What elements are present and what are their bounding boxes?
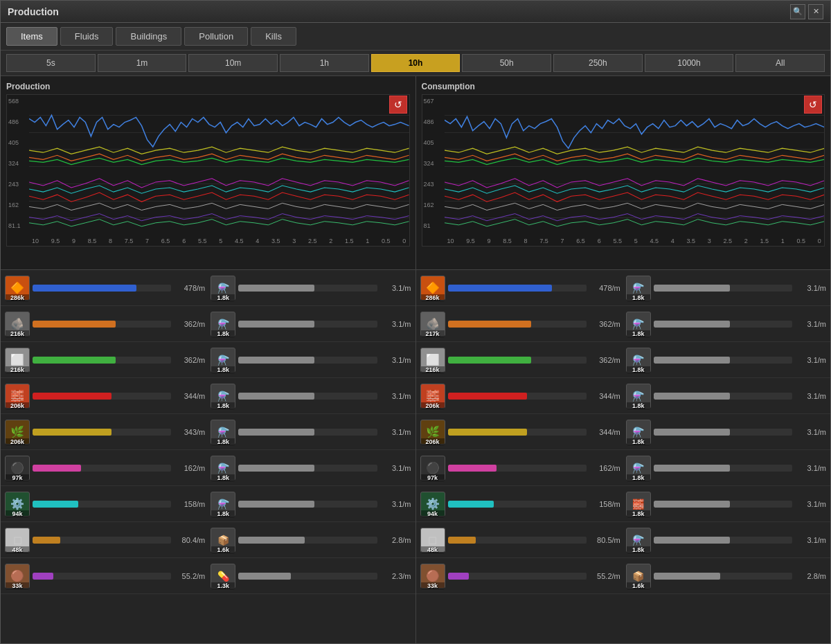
tab-pollution[interactable]: Pollution bbox=[184, 27, 248, 46]
production-bar bbox=[448, 465, 587, 472]
search-button[interactable]: 🔍 bbox=[790, 4, 805, 19]
list-item[interactable]: ⚙️ 94k 158/m ⚗️ 1.8k 3.1/m bbox=[1, 486, 416, 522]
rate2-label: 2.3/m bbox=[380, 572, 411, 580]
list-item[interactable]: ◻ 48k 80.5/m ⚗️ 1.8k 3.1/m bbox=[416, 522, 831, 558]
consumption-reset-button[interactable]: ↺ bbox=[804, 96, 822, 114]
rate2-label: 3.1/m bbox=[380, 464, 411, 472]
tab-fluids[interactable]: Fluids bbox=[60, 27, 114, 46]
production-bar bbox=[448, 573, 587, 580]
list-item[interactable]: 🧱 206k 344/m ⚗️ 1.8k 3.1/m bbox=[1, 378, 416, 414]
list-item[interactable]: ⬜ 216k 362/m ⚗️ 1.8k 3.1/m bbox=[1, 342, 416, 378]
item-icon: 🪨 217k bbox=[420, 312, 445, 337]
production-bar bbox=[448, 537, 587, 544]
production-bar-fill bbox=[33, 501, 78, 508]
item2-icon: ⚗️ 1.8k bbox=[211, 312, 235, 337]
item2-icon: ⚗️ 1.8k bbox=[211, 276, 235, 301]
production-y-labels: 568 486 405 324 243 162 81.1 bbox=[7, 95, 29, 246]
item2-icon: ⚗️ 1.8k bbox=[211, 384, 235, 409]
production-reset-button[interactable]: ↺ bbox=[389, 96, 407, 114]
production-rate: 344/m bbox=[174, 392, 205, 400]
list-item[interactable]: 🌿 206k 343/m ⚗️ 1.8k 3.1/m bbox=[1, 414, 416, 450]
item2-icon: 📦 1.6k bbox=[211, 528, 235, 553]
production-rate: 362/m bbox=[174, 356, 205, 364]
production-rate: 344/m bbox=[589, 392, 620, 400]
rate2-bar bbox=[238, 393, 377, 400]
item-icon: ⬜ 216k bbox=[420, 348, 445, 373]
production-rate: 158/m bbox=[589, 500, 620, 508]
production-bar bbox=[33, 393, 171, 400]
production-bar bbox=[448, 501, 587, 508]
list-item[interactable]: 🧱 206k 344/m ⚗️ 1.8k 3.1/m bbox=[416, 378, 831, 414]
consumption-x-labels: 10 9.5 9 8.5 8 7.5 7 6.5 6 5.5 5 4.5 4 3… bbox=[445, 236, 825, 246]
list-item[interactable]: ⚙️ 94k 158/m 🧱 1.8k 3.1/m bbox=[416, 486, 831, 522]
rate2-bar-fill bbox=[238, 537, 305, 544]
item2-icon: ⚗️ 1.8k bbox=[626, 420, 651, 445]
consumption-chart-svg bbox=[445, 98, 825, 238]
production-bar-fill bbox=[33, 537, 60, 544]
item2-icon: ⚗️ 1.8k bbox=[211, 348, 235, 373]
item-icon: 🌿 206k bbox=[5, 420, 30, 445]
rate2-bar-fill bbox=[238, 321, 314, 328]
rate2-label: 3.1/m bbox=[380, 320, 411, 328]
production-bar-fill bbox=[448, 501, 494, 508]
rate2-bar-fill bbox=[654, 393, 730, 400]
time-10m[interactable]: 10m bbox=[188, 54, 278, 72]
tab-buildings[interactable]: Buildings bbox=[116, 27, 181, 46]
time-1h[interactable]: 1h bbox=[280, 54, 369, 72]
production-bar-fill bbox=[448, 537, 476, 544]
rate2-bar-fill bbox=[654, 429, 730, 436]
production-bar bbox=[33, 465, 171, 472]
production-window: Production 🔍 ✕ Items Fluids Buildings Po… bbox=[0, 0, 831, 644]
time-250h[interactable]: 250h bbox=[553, 54, 643, 72]
time-10h[interactable]: 10h bbox=[371, 54, 461, 72]
list-item[interactable]: 🟤 33k 55.2/m 💊 1.3k 2.3/m bbox=[1, 558, 416, 594]
production-bar-fill bbox=[33, 465, 81, 472]
rate2-bar-fill bbox=[238, 465, 314, 472]
time-1m[interactable]: 1m bbox=[98, 54, 187, 72]
item-icon: 🌿 206k bbox=[420, 420, 445, 445]
list-item[interactable]: 🟤 33k 55.2/m 📦 1.6k 2.8/m bbox=[416, 558, 831, 594]
list-item[interactable]: 🔶 286k 478/m ⚗️ 1.8k 3.1/m bbox=[416, 270, 831, 306]
production-bar bbox=[33, 537, 171, 544]
time-1000h[interactable]: 1000h bbox=[645, 54, 734, 72]
time-50h[interactable]: 50h bbox=[462, 54, 551, 72]
production-bar bbox=[33, 573, 171, 580]
item-icon: ◻ 48k bbox=[5, 528, 30, 553]
list-item[interactable]: 🪨 216k 362/m ⚗️ 1.8k 3.1/m bbox=[1, 306, 416, 342]
consumption-chart-title: Consumption bbox=[422, 82, 825, 91]
rate2-bar bbox=[238, 501, 377, 508]
list-item[interactable]: 🔶 286k 478/m ⚗️ 1.8k 3.1/m bbox=[1, 270, 416, 306]
item-icon: 🧱 206k bbox=[5, 384, 30, 409]
rate2-bar bbox=[654, 357, 792, 364]
item2-icon: ⚗️ 1.8k bbox=[626, 456, 651, 481]
list-item[interactable]: 🪨 217k 362/m ⚗️ 1.8k 3.1/m bbox=[416, 306, 831, 342]
list-item[interactable]: 🌿 206k 344/m ⚗️ 1.8k 3.1/m bbox=[416, 414, 831, 450]
item-icon: ⚙️ 94k bbox=[5, 492, 30, 517]
rate2-bar-fill bbox=[238, 429, 314, 436]
window-title: Production bbox=[8, 6, 59, 17]
rate2-bar bbox=[654, 429, 792, 436]
list-item[interactable]: ⬜ 216k 362/m ⚗️ 1.8k 3.1/m bbox=[416, 342, 831, 378]
list-item[interactable]: ⚫ 97k 162/m ⚗️ 1.8k 3.1/m bbox=[1, 450, 416, 486]
production-bar-fill bbox=[33, 285, 136, 292]
production-rate: 158/m bbox=[174, 500, 205, 508]
list-item[interactable]: ◻ 48k 80.4/m 📦 1.6k 2.8/m bbox=[1, 522, 416, 558]
tab-kills[interactable]: Kills bbox=[251, 27, 296, 46]
item-icon: 🧱 206k bbox=[420, 384, 445, 409]
production-rate: 55.2/m bbox=[174, 572, 205, 580]
production-bar-fill bbox=[33, 357, 116, 364]
close-button[interactable]: ✕ bbox=[808, 4, 823, 19]
rate2-label: 3.1/m bbox=[795, 284, 826, 292]
rate2-label: 3.1/m bbox=[380, 500, 411, 508]
time-5s[interactable]: 5s bbox=[6, 54, 96, 72]
rate2-label: 3.1/m bbox=[380, 392, 411, 400]
rate2-bar-fill bbox=[654, 321, 730, 328]
production-rate: 55.2/m bbox=[589, 572, 620, 580]
item2-icon: ⚗️ 1.8k bbox=[626, 384, 651, 409]
tab-items[interactable]: Items bbox=[6, 27, 57, 46]
production-rate: 478/m bbox=[589, 284, 620, 292]
list-item[interactable]: ⚫ 97k 162/m ⚗️ 1.8k 3.1/m bbox=[416, 450, 831, 486]
production-bar bbox=[33, 285, 171, 292]
time-all[interactable]: All bbox=[735, 54, 825, 72]
production-bar-fill bbox=[33, 429, 111, 436]
